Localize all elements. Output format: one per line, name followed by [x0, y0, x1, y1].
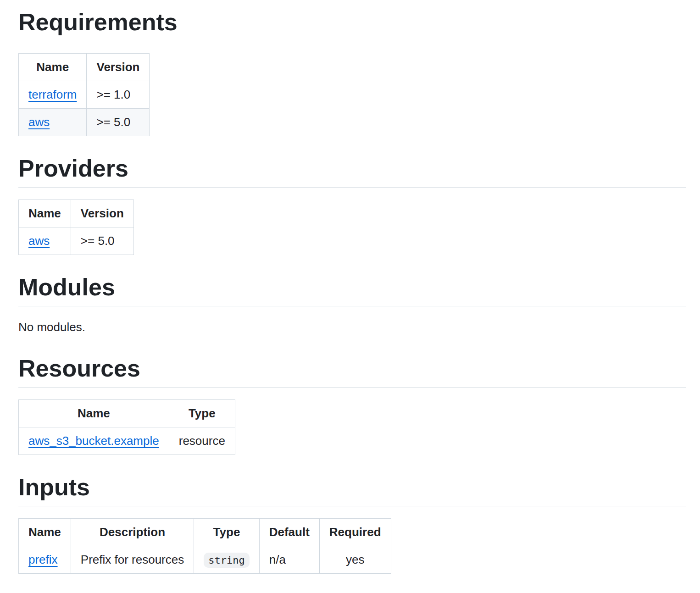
section-title-modules: Modules	[18, 272, 686, 306]
inputs-table: NameDescriptionTypeDefaultRequiredprefix…	[18, 518, 391, 574]
table-cell: Prefix for resources	[71, 546, 194, 574]
section-requirements: Requirements NameVersionterraform>= 1.0a…	[18, 7, 686, 136]
table-cell: string	[194, 546, 259, 574]
table-cell: >= 5.0	[87, 109, 150, 136]
resources-table-container: NameTypeaws_s3_bucket.exampleresource	[18, 399, 686, 455]
table-header-row: NameDescriptionTypeDefaultRequired	[19, 519, 391, 546]
table-row: aws_s3_bucket.exampleresource	[19, 427, 235, 455]
rendered-markdown-document: Requirements NameVersionterraform>= 1.0a…	[0, 0, 700, 593]
table-header-row: NameType	[19, 400, 235, 427]
table-header-row: NameVersion	[19, 54, 150, 81]
column-header-name: Name	[19, 200, 71, 227]
column-header-required: Required	[319, 519, 391, 546]
table-row: prefixPrefix for resourcesstringn/ayes	[19, 546, 391, 574]
table-cell: >= 5.0	[71, 227, 133, 255]
requirements-table-container: NameVersionterraform>= 1.0aws>= 5.0	[18, 53, 686, 136]
no-modules-text: No modules.	[18, 318, 686, 336]
table-cell: terraform	[19, 81, 87, 109]
table-cell: prefix	[19, 546, 71, 574]
table-cell: aws_s3_bucket.example	[19, 427, 169, 455]
aws-s3-bucket-example-link[interactable]: aws_s3_bucket.example	[28, 434, 159, 448]
section-resources: Resources NameTypeaws_s3_bucket.exampler…	[18, 354, 686, 455]
terraform-link[interactable]: terraform	[28, 88, 77, 101]
table-row: aws>= 5.0	[19, 109, 150, 136]
column-header-name: Name	[19, 519, 71, 546]
table-cell: yes	[319, 546, 391, 574]
column-header-type: Type	[169, 400, 235, 427]
section-title-providers: Providers	[18, 154, 686, 188]
column-header-name: Name	[19, 54, 87, 81]
section-inputs: Inputs NameDescriptionTypeDefaultRequire…	[18, 472, 686, 574]
aws-link[interactable]: aws	[28, 115, 50, 129]
table-cell: resource	[169, 427, 235, 455]
table-header-row: NameVersion	[19, 200, 134, 227]
table-row: terraform>= 1.0	[19, 81, 150, 109]
table-cell: n/a	[259, 546, 319, 574]
code-chip: string	[204, 553, 249, 568]
providers-table-container: NameVersionaws>= 5.0	[18, 200, 686, 255]
aws-link[interactable]: aws	[28, 234, 50, 248]
section-title-requirements: Requirements	[18, 7, 686, 41]
table-cell: >= 1.0	[87, 81, 150, 109]
table-row: aws>= 5.0	[19, 227, 134, 255]
section-providers: Providers NameVersionaws>= 5.0	[18, 154, 686, 255]
table-cell: aws	[19, 109, 87, 136]
column-header-type: Type	[194, 519, 259, 546]
requirements-table: NameVersionterraform>= 1.0aws>= 5.0	[18, 53, 150, 136]
prefix-link[interactable]: prefix	[28, 553, 58, 566]
column-header-name: Name	[19, 400, 169, 427]
column-header-version: Version	[87, 54, 150, 81]
column-header-description: Description	[71, 519, 194, 546]
resources-table: NameTypeaws_s3_bucket.exampleresource	[18, 399, 235, 455]
column-header-version: Version	[71, 200, 133, 227]
column-header-default: Default	[259, 519, 319, 546]
section-title-inputs: Inputs	[18, 472, 686, 506]
providers-table: NameVersionaws>= 5.0	[18, 200, 134, 255]
section-title-resources: Resources	[18, 354, 686, 388]
table-cell: aws	[19, 227, 71, 255]
inputs-table-container: NameDescriptionTypeDefaultRequiredprefix…	[18, 518, 686, 574]
section-modules: Modules No modules.	[18, 272, 686, 336]
